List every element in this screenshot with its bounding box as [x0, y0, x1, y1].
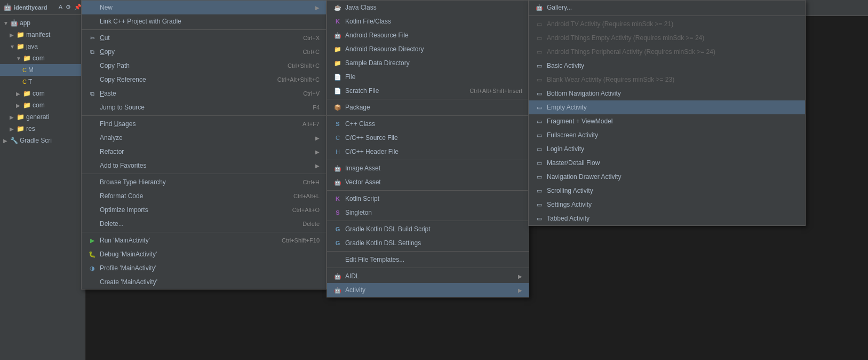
tree-item-gradle[interactable]: ▶ 🔧 Gradle Scri — [0, 135, 85, 146]
menu-item-android-resource-file[interactable]: 🤖 Android Resource File — [327, 28, 529, 42]
menu-item-add-favorites[interactable]: Add to Favorites ▶ — [82, 159, 326, 173]
menu-item-vector-asset[interactable]: 🤖 Vector Asset — [327, 175, 529, 189]
menu-item-activity[interactable]: 🤖 Activity ▶ — [327, 283, 529, 297]
menu-item-cpp-class[interactable]: S C++ Class — [327, 117, 529, 131]
menu-item-browse-hierarchy[interactable]: Browse Type Hierarchy Ctrl+H — [82, 175, 326, 189]
tree-item-com1[interactable]: ▼ 📁 com — [0, 52, 85, 64]
menu-item-settings[interactable]: ▭ Settings Activity — [529, 198, 805, 212]
menu-item-tabbed[interactable]: ▭ Tabbed Activity — [529, 212, 805, 225]
cut-icon: ✂ — [88, 34, 97, 42]
menu-item-optimize-imports[interactable]: Optimize Imports Ctrl+Alt+O — [82, 203, 326, 217]
sidebar-toolbar: A ⚙ 📌 — [59, 4, 82, 11]
jump-source-icon — [88, 103, 97, 112]
menu-item-fragment-viewmodel[interactable]: ▭ Fragment + ViewModel — [529, 114, 805, 128]
menu-item-jump-source[interactable]: Jump to Source F4 — [82, 100, 326, 114]
menu-item-android-resource-dir[interactable]: 📁 Android Resource Directory — [327, 42, 529, 56]
tree-item-java[interactable]: ▼ 📁 java — [0, 41, 85, 52]
android-resource-dir-icon: 📁 — [333, 45, 342, 53]
menu-item-basic-activity[interactable]: ▭ Basic Activity — [529, 59, 805, 73]
menu-item-new[interactable]: New ▶ — [82, 1, 326, 14]
paste-icon: ⧉ — [88, 89, 97, 98]
menu-item-gradle-dsl-build[interactable]: G Gradle Kotlin DSL Build Script — [327, 222, 529, 236]
menu-item-scrolling[interactable]: ▭ Scrolling Activity — [529, 184, 805, 198]
menu-item-debug[interactable]: 🐛 Debug 'MainActivity' — [82, 247, 326, 261]
tree-item-manifest[interactable]: ▶ 📁 manifest — [0, 29, 85, 41]
menu-item-android-things-empty: ▭ Android Things Empty Activity (Require… — [529, 31, 805, 45]
menu-item-sample-data-dir[interactable]: 📁 Sample Data Directory — [327, 56, 529, 70]
folder-icon: 📁 — [23, 90, 31, 97]
menu-item-fullscreen[interactable]: ▭ Fullscreen Activity — [529, 128, 805, 142]
separator — [327, 251, 529, 252]
menu-item-bottom-nav[interactable]: ▭ Bottom Navigation Activity — [529, 87, 805, 100]
settings-icon[interactable]: ⚙ — [66, 4, 71, 11]
menu-item-empty-activity[interactable]: ▭ Empty Activity — [529, 100, 805, 114]
menu-item-login[interactable]: ▭ Login Activity — [529, 142, 805, 156]
menu-item-kotlin-file[interactable]: K Kotlin File/Class — [327, 14, 529, 28]
pin-icon[interactable]: 📌 — [74, 4, 82, 11]
menu-item-link-cpp[interactable]: Link C++ Project with Gradle — [82, 14, 326, 28]
menu-item-kotlin-script[interactable]: K Kotlin Script — [327, 192, 529, 206]
bottom-nav-icon: ▭ — [535, 89, 544, 98]
singleton-icon: S — [333, 208, 342, 217]
aidl-icon: 🤖 — [333, 272, 342, 280]
tree-item-res[interactable]: ▶ 📁 res — [0, 123, 85, 135]
sidebar-header: 🤖 identitycard A ⚙ 📌 — [0, 0, 85, 15]
menu-item-cpp-header[interactable]: H C/C++ Header File — [327, 145, 529, 159]
separator — [327, 160, 529, 160]
separator — [327, 115, 529, 116]
menu-item-paste[interactable]: ⧉ Paste Ctrl+V — [82, 87, 326, 100]
menu-item-cut[interactable]: ✂ Cut Ctrl+X — [82, 31, 326, 45]
tree-item-com2[interactable]: ▶ 📁 com — [0, 88, 85, 99]
menu-item-cpp-source[interactable]: C C/C++ Source File — [327, 131, 529, 145]
favorites-icon — [88, 161, 97, 170]
folder-icon: 📁 — [23, 101, 31, 109]
menu-item-edit-file-templates[interactable]: Edit File Templates... — [327, 253, 529, 267]
menu-item-navigation-drawer[interactable]: ▭ Navigation Drawer Activity — [529, 170, 805, 184]
menu-item-master-detail[interactable]: ▭ Master/Detail Flow — [529, 156, 805, 170]
sidebar-tree: ▼ 🤖 app ▶ 📁 manifest ▼ 📁 java ▼ 📁 com C … — [0, 15, 85, 148]
menu-item-file[interactable]: 📄 File — [327, 70, 529, 84]
menu-item-copy-path[interactable]: Copy Path Ctrl+Shift+C — [82, 59, 326, 73]
menu-item-aidl[interactable]: 🤖 AIDL ▶ — [327, 269, 529, 283]
fullscreen-icon: ▭ — [535, 131, 544, 139]
menu-item-reformat[interactable]: Reformat Code Ctrl+Alt+L — [82, 189, 326, 203]
menu-item-analyze[interactable]: Analyze ▶ — [82, 131, 326, 145]
gradle-dsl-build-icon: G — [333, 225, 342, 233]
java-class-icon: ☕ — [333, 3, 342, 12]
fragment-viewmodel-icon: ▭ — [535, 117, 544, 126]
menu-item-profile[interactable]: ◑ Profile 'MainActivity' — [82, 261, 326, 275]
menu-item-copy-reference[interactable]: Copy Reference Ctrl+Alt+Shift+C — [82, 73, 326, 87]
tree-item-generati[interactable]: ▶ 📁 generati — [0, 111, 85, 123]
menu-item-gallery[interactable]: 🤖 Gallery... — [529, 1, 805, 14]
tree-item-t[interactable]: C T — [0, 76, 85, 88]
menu-item-java-class[interactable]: ☕ Java Class — [327, 1, 529, 14]
arrow-icon: ▼ — [16, 56, 21, 61]
menu-item-image-asset[interactable]: 🤖 Image Asset — [327, 161, 529, 175]
menu-item-run[interactable]: ▶ Run 'MainActivity' Ctrl+Shift+F10 — [82, 233, 326, 247]
menu-item-copy[interactable]: ⧉ Copy Ctrl+C — [82, 45, 326, 59]
menu-item-package[interactable]: 📦 Package — [327, 100, 529, 114]
tree-item-label: M — [28, 66, 34, 74]
menu-item-gradle-dsl-settings[interactable]: G Gradle Kotlin DSL Settings — [327, 236, 529, 250]
tree-item-label: com — [33, 101, 45, 109]
menu-item-delete[interactable]: Delete... Delete — [82, 217, 326, 231]
empty-activity-icon: ▭ — [535, 103, 544, 112]
menu-item-refactor[interactable]: Refactor ▶ — [82, 145, 326, 159]
tree-item-main-activity[interactable]: C M — [0, 64, 85, 76]
tree-item-com3[interactable]: ▶ 📁 com — [0, 99, 85, 111]
letter-a-icon[interactable]: A — [59, 4, 62, 11]
login-icon: ▭ — [535, 145, 544, 153]
package-icon: 📦 — [333, 103, 342, 112]
separator — [82, 115, 326, 116]
android-tv-icon: ▭ — [535, 20, 544, 28]
menu-item-singleton[interactable]: S Singleton — [327, 206, 529, 220]
menu-item-android-tv: ▭ Android TV Activity (Requires minSdk >… — [529, 17, 805, 31]
menu-item-scratch-file[interactable]: 📄 Scratch File Ctrl+Alt+Shift+Insert — [327, 84, 529, 98]
menu-item-android-things-peripheral: ▭ Android Things Peripheral Activity (Re… — [529, 45, 805, 59]
tree-item-label: res — [26, 125, 35, 132]
separator — [327, 190, 529, 191]
menu-item-find-usages[interactable]: Find Usages Alt+F7 — [82, 117, 326, 131]
tree-item-app[interactable]: ▼ 🤖 app — [0, 17, 85, 29]
sidebar: 🤖 identitycard A ⚙ 📌 ▼ 🤖 app ▶ 📁 manifes… — [0, 0, 85, 360]
menu-item-create[interactable]: Create 'MainActivity' — [82, 275, 326, 289]
